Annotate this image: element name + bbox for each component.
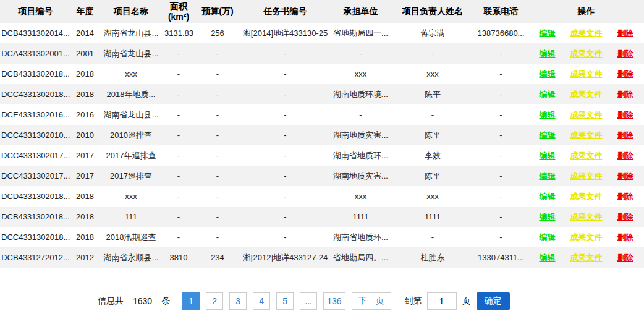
edit-link[interactable]: 编辑 [540,211,556,223]
edit-link[interactable]: 编辑 [540,130,556,141]
info-total-count: 1630 [133,296,152,306]
delete-link[interactable]: 删除 [617,28,633,39]
cell-operations: 编辑成果文件删除 [528,145,644,166]
results-link[interactable]: 成果文件 [570,89,603,100]
cell-task-doc-number: - [241,186,329,207]
cell-leader-name: - [392,43,473,64]
info-total-unit: 条 [161,296,170,307]
cell-contact-phone: - [473,186,528,207]
cell-area: 3131.83 [163,23,194,43]
delete-link[interactable]: 删除 [617,89,633,100]
page-button-136[interactable]: 136 [323,292,345,310]
table-header: 项目编号年度项目名称面积(km²)预算(万)任务书编号承担单位项目负责人姓名联系… [0,0,644,23]
cell-undertaking-unit: 湖南地质灾害... [329,166,392,186]
delete-link[interactable]: 删除 [617,252,633,263]
cell-operations: 编辑成果文件删除 [528,207,644,227]
cell-year: 2018 [71,207,99,227]
edit-link[interactable]: 编辑 [540,252,556,263]
delete-link[interactable]: 删除 [617,232,633,243]
cell-task-doc-number: - [241,227,329,247]
edit-link[interactable]: 编辑 [540,48,556,59]
cell-undertaking-unit: 湖南地质灾害... [329,125,392,145]
row-actions: 编辑成果文件删除 [530,166,643,186]
edit-link[interactable]: 编辑 [540,150,556,161]
delete-link[interactable]: 删除 [617,109,633,121]
edit-link[interactable]: 编辑 [540,191,556,202]
cell-leader-name: 陈平 [392,166,473,186]
cell-contact-phone: - [473,64,528,84]
edit-link[interactable]: 编辑 [540,89,556,100]
edit-link[interactable]: 编辑 [540,28,556,39]
cell-year: 2001 [71,43,99,64]
cell-year: 2018 [71,84,99,104]
cell-project-id: DCC4331302010... [0,125,71,145]
delete-link[interactable]: 删除 [617,130,633,141]
delete-link[interactable]: 删除 [617,171,633,182]
cell-task-doc-number: 湘[2014]地详433130-25 [241,23,329,43]
cell-project-name: 2018汛期巡查 [99,227,163,247]
delete-link[interactable]: 删除 [617,150,633,161]
delete-link[interactable]: 删除 [617,211,633,223]
row-actions: 编辑成果文件删除 [530,145,643,166]
cell-area: 3810 [163,247,194,268]
table-header-row: 项目编号年度项目名称面积(km²)预算(万)任务书编号承担单位项目负责人姓名联系… [0,0,644,23]
results-link[interactable]: 成果文件 [570,252,603,263]
row-actions: 编辑成果文件删除 [530,227,643,247]
edit-link[interactable]: 编辑 [540,171,556,182]
cell-leader-name: 陈平 [392,84,473,104]
cell-leader-name: 陈平 [392,125,473,145]
cell-task-doc-number: 湘[2012]地详433127-24 [241,247,329,268]
results-link[interactable]: 成果文件 [570,69,603,80]
cell-budget: - [194,227,241,247]
column-header-project-id: 项目编号 [0,0,71,23]
cell-contact-phone: - [473,84,528,104]
edit-link[interactable]: 编辑 [540,232,556,243]
page-button-5[interactable]: 5 [276,292,294,310]
cell-contact-phone: - [473,207,528,227]
info-total-label: 信息共 [98,296,124,307]
page-button-1[interactable]: 1 [182,292,200,310]
confirm-button[interactable]: 确定 [477,292,510,310]
results-link[interactable]: 成果文件 [570,150,603,161]
delete-link[interactable]: 删除 [617,69,633,80]
cell-operations: 编辑成果文件删除 [528,125,644,145]
table-row: DCB4331302014...2014湖南省龙山县...3131.83256湘… [0,23,644,43]
goto-page-input[interactable] [427,292,457,310]
cell-budget: - [194,84,241,104]
results-link[interactable]: 成果文件 [570,130,603,141]
cell-operations: 编辑成果文件删除 [528,227,644,247]
cell-undertaking-unit: - [329,104,392,125]
cell-leader-name: xxx [392,64,473,84]
page-ellipsis: ... [300,292,317,310]
results-link[interactable]: 成果文件 [570,171,603,182]
page-button-4[interactable]: 4 [253,292,270,310]
cell-task-doc-number: - [241,145,329,166]
cell-contact-phone: 138736680... [473,23,528,43]
cell-leader-name: 1111 [392,207,473,227]
cell-year: 2014 [71,23,99,43]
results-link[interactable]: 成果文件 [570,191,603,202]
pagination-bar: 信息共 1630 条 12345...136 下一页 到第 页 确定 [98,292,510,310]
cell-year: 2010 [71,125,99,145]
cell-project-name: xxx [99,186,163,207]
cell-project-name: 湖南省永顺县... [99,247,163,268]
cell-operations: 编辑成果文件删除 [528,64,644,84]
page-button-2[interactable]: 2 [206,292,223,310]
edit-link[interactable]: 编辑 [540,109,556,121]
cell-contact-phone: - [473,104,528,125]
results-link[interactable]: 成果文件 [570,232,603,243]
cell-budget: - [194,104,241,125]
results-link[interactable]: 成果文件 [570,109,603,121]
results-link[interactable]: 成果文件 [570,48,603,59]
table-row: DCC4331302018...20182018年地质...---湖南地质环境.… [0,84,644,104]
results-link[interactable]: 成果文件 [570,28,603,39]
page-button-3[interactable]: 3 [229,292,247,310]
delete-link[interactable]: 删除 [617,48,633,59]
edit-link[interactable]: 编辑 [540,69,556,80]
delete-link[interactable]: 删除 [617,191,633,202]
next-page-button[interactable]: 下一页 [352,292,391,310]
cell-year: 2016 [71,104,99,125]
cell-project-name: 湖南省龙山县... [99,43,163,64]
results-link[interactable]: 成果文件 [570,211,603,223]
column-header-area: 面积(km²) [163,0,194,23]
